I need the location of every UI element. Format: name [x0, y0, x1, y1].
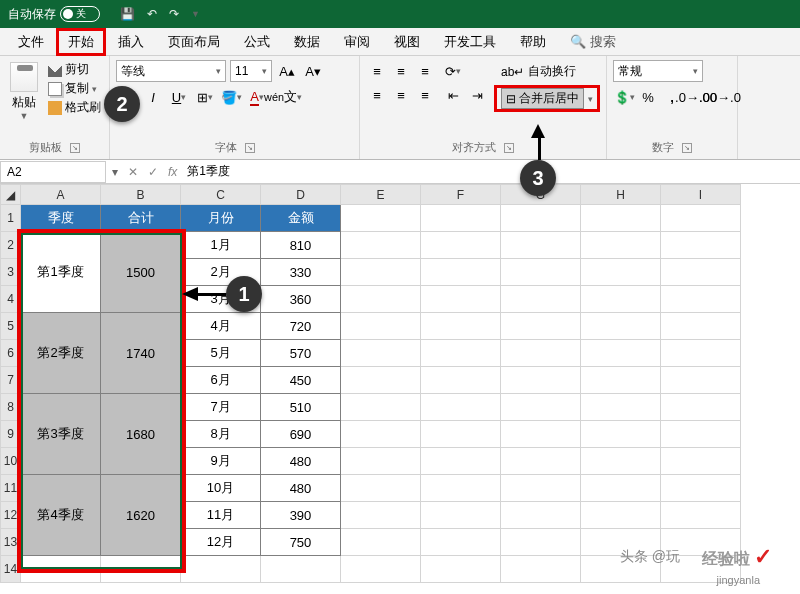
decrease-decimal-button[interactable]: .00→.0 — [709, 86, 731, 108]
align-right-button[interactable]: ≡ — [414, 84, 436, 106]
cell[interactable] — [421, 205, 501, 232]
cell[interactable] — [661, 205, 741, 232]
autosave-toggle[interactable]: 关 — [60, 6, 100, 22]
align-middle-button[interactable]: ≡ — [390, 60, 412, 82]
formula-input[interactable]: 第1季度 — [183, 163, 800, 180]
cancel-formula-icon[interactable]: ✕ — [128, 165, 138, 179]
col-header-C[interactable]: C — [181, 185, 261, 205]
col-header-F[interactable]: F — [421, 185, 501, 205]
group-font: 等线▾ 11▾ A▴ A▾ B I U▾ ⊞▾ 🪣▾ A▾ wén文▾ 字体↘ — [110, 56, 360, 159]
col-header-H[interactable]: H — [581, 185, 661, 205]
wrap-text-button[interactable]: ab↵自动换行 — [494, 60, 600, 83]
tab-formulas[interactable]: 公式 — [232, 28, 282, 56]
undo-icon[interactable]: ↶ — [147, 7, 157, 21]
name-box-dropdown[interactable]: ▾ — [106, 165, 124, 179]
wrap-icon: ab↵ — [501, 65, 524, 79]
cell[interactable]: 月份 — [181, 205, 261, 232]
expand-icon[interactable]: ↘ — [682, 143, 692, 153]
cell[interactable]: 季度 — [21, 205, 101, 232]
fill-color-button[interactable]: 🪣▾ — [220, 86, 242, 108]
expand-icon[interactable]: ↘ — [245, 143, 255, 153]
align-center-button[interactable]: ≡ — [390, 84, 412, 106]
format-painter-button[interactable]: 格式刷 — [46, 98, 103, 117]
number-format-select[interactable]: 常规▾ — [613, 60, 703, 82]
save-icon[interactable]: 💾 — [120, 7, 135, 21]
col-header-A[interactable]: A — [21, 185, 101, 205]
cell[interactable]: 金额 — [261, 205, 341, 232]
col-header-B[interactable]: B — [101, 185, 181, 205]
search-box[interactable]: 🔍 搜索 — [570, 33, 616, 51]
font-name-select[interactable]: 等线▾ — [116, 60, 226, 82]
tab-insert[interactable]: 插入 — [106, 28, 156, 56]
brush-icon — [48, 101, 62, 115]
watermark: 头条 @玩 — [620, 548, 680, 566]
font-size-select[interactable]: 11▾ — [230, 60, 272, 82]
increase-indent-button[interactable]: ⇥ — [466, 84, 488, 106]
redo-icon[interactable]: ↷ — [169, 7, 179, 21]
expand-icon[interactable]: ↘ — [70, 143, 80, 153]
select-all-corner[interactable]: ◢ — [1, 185, 21, 205]
tab-help[interactable]: 帮助 — [508, 28, 558, 56]
underline-button[interactable]: U▾ — [168, 86, 190, 108]
cell[interactable]: 合计 — [101, 205, 181, 232]
name-box[interactable]: A2 — [0, 161, 106, 183]
expand-icon[interactable]: ↘ — [504, 143, 514, 153]
confirm-formula-icon[interactable]: ✓ — [148, 165, 158, 179]
chevron-down-icon: ▼ — [20, 111, 29, 121]
align-top-button[interactable]: ≡ — [366, 60, 388, 82]
tab-developer[interactable]: 开发工具 — [432, 28, 508, 56]
increase-font-button[interactable]: A▴ — [276, 60, 298, 82]
tab-home[interactable]: 开始 — [56, 28, 106, 56]
italic-button[interactable]: I — [142, 86, 164, 108]
tab-file[interactable]: 文件 — [6, 28, 56, 56]
autosave-label: 自动保存 — [8, 6, 56, 23]
cell[interactable]: 1500 — [101, 232, 181, 313]
phonetic-button[interactable]: wén文▾ — [272, 86, 294, 108]
cell[interactable]: 第1季度 — [21, 232, 101, 313]
cell[interactable] — [501, 205, 581, 232]
paste-icon — [10, 62, 38, 92]
merge-center-button[interactable]: ⊟合并后居中 ▾ — [494, 85, 600, 112]
arrow-line — [196, 293, 226, 296]
border-button[interactable]: ⊞▾ — [194, 86, 216, 108]
callout-2: 2 — [104, 86, 140, 122]
col-header-E[interactable]: E — [341, 185, 421, 205]
qat-dropdown-icon[interactable]: ▼ — [191, 9, 200, 19]
tab-view[interactable]: 视图 — [382, 28, 432, 56]
search-icon: 🔍 — [570, 34, 586, 49]
tab-pagelayout[interactable]: 页面布局 — [156, 28, 232, 56]
chevron-down-icon[interactable]: ▾ — [588, 94, 593, 104]
decrease-font-button[interactable]: A▾ — [302, 60, 324, 82]
arrow-head-icon — [531, 124, 545, 138]
tab-data[interactable]: 数据 — [282, 28, 332, 56]
align-left-button[interactable]: ≡ — [366, 84, 388, 106]
title-bar: 自动保存 关 💾 ↶ ↷ ▼ — [0, 0, 800, 28]
arrow-head-icon — [182, 287, 198, 301]
ribbon-tabs: 文件 开始 插入 页面布局 公式 数据 审阅 视图 开发工具 帮助 🔍 搜索 — [0, 28, 800, 56]
decrease-indent-button[interactable]: ⇤ — [442, 84, 464, 106]
paste-button[interactable]: 粘贴 ▼ — [6, 60, 42, 123]
copy-button[interactable]: 复制▾ — [46, 79, 103, 98]
cut-button[interactable]: 剪切 — [46, 60, 103, 79]
cell[interactable] — [581, 205, 661, 232]
col-header-D[interactable]: D — [261, 185, 341, 205]
watermark: jingyanla — [717, 574, 760, 586]
watermark: 经验啦 ✓ — [702, 544, 772, 570]
callout-3: 3 — [520, 160, 556, 196]
worksheet-grid[interactable]: ◢ A B C D E F G H I 1 季度 合计 月份 金额 2第1季度1… — [0, 184, 800, 583]
currency-button[interactable]: 💲▾ — [613, 86, 635, 108]
merge-icon: ⊟ — [506, 92, 516, 106]
tab-review[interactable]: 审阅 — [332, 28, 382, 56]
row-header[interactable]: 1 — [1, 205, 21, 232]
formula-bar: A2 ▾ ✕ ✓ fx 第1季度 — [0, 160, 800, 184]
align-bottom-button[interactable]: ≡ — [414, 60, 436, 82]
callout-1: 1 — [226, 276, 262, 312]
col-header-I[interactable]: I — [661, 185, 741, 205]
percent-button[interactable]: % — [637, 86, 659, 108]
group-alignment: ≡ ≡ ≡ ≡ ≡ ≡ ⟳▾ ⇤ ⇥ ab↵自动换行 ⊟合并后居中 — [360, 56, 607, 159]
cell[interactable] — [341, 205, 421, 232]
group-number: 常规▾ 💲▾ % , .0→.00 .00→.0 数字↘ — [607, 56, 738, 159]
fx-icon[interactable]: fx — [168, 165, 177, 179]
orientation-button[interactable]: ⟳▾ — [442, 60, 464, 82]
group-clipboard: 粘贴 ▼ 剪切 复制▾ 格式刷 剪贴板↘ — [0, 56, 110, 159]
